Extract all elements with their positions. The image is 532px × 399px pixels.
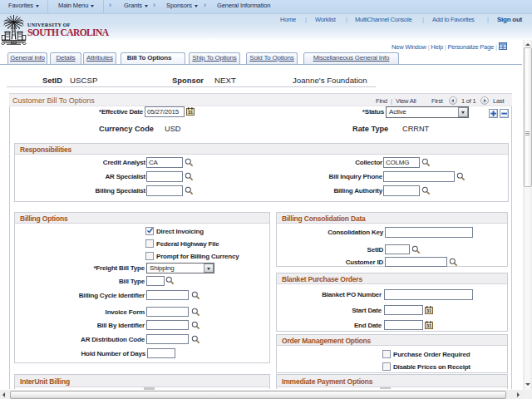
svg-text:31: 31 (426, 308, 431, 313)
svg-text:31: 31 (188, 110, 193, 115)
svg-text:31: 31 (426, 323, 431, 328)
